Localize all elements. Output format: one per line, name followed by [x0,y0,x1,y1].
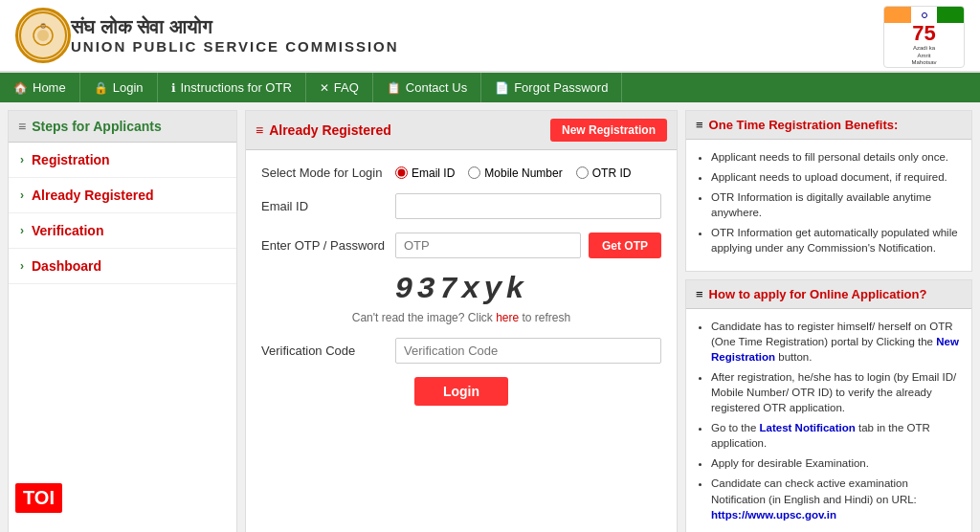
otp-label: Enter OTP / Password [261,238,395,253]
steps-title: Steps for Applicants [32,119,162,134]
left-panel: ≡ Steps for Applicants › Registration › … [8,110,237,532]
steps-header: ≡ Steps for Applicants [9,111,236,143]
otr-benefits-header: ≡ One Time Registration Benefits: [686,111,971,140]
mode-row: Select Mode for Login Email ID Mobile Nu… [261,166,661,180]
login-btn-row: Login [261,377,661,406]
azadi-badge: 75 Azadi ka Amrit Mahotsav [883,6,965,68]
step-label: Already Registered [32,188,154,203]
hamburger-icon: ≡ [696,287,703,301]
otp-field-container: Get OTP [395,233,661,258]
flag-saffron [884,7,911,23]
how-to-apply-header: ≡ How to apply for Online Application? [686,280,971,309]
center-panel: ≡ Already Registered New Registration Se… [245,110,678,532]
new-registration-link[interactable]: New Registration [711,336,959,363]
captcha-refresh-link[interactable]: here [496,311,519,324]
nav-login[interactable]: 🔒 Login [80,73,158,102]
otr-benefits-body: Applicant needs to fill personal details… [686,140,971,271]
home-icon: 🏠 [13,81,28,95]
header: 🦁 संघ लोक सेवा आयोग UNION PUBLIC SERVICE… [0,0,980,73]
mobile-radio-input[interactable] [468,166,480,179]
hamburger-icon: ≡ [696,118,703,132]
nav-faq[interactable]: ✕ FAQ [306,73,373,102]
title-english: UNION PUBLIC SERVICE COMMISSION [71,38,965,55]
captcha-section: 937xyk Can't read the image? Click here … [261,272,661,324]
verification-field-container [395,338,661,364]
latest-notification-link[interactable]: Latest Notification [760,422,856,433]
verification-input[interactable] [395,338,661,364]
verification-label: Verification Code [261,344,395,358]
list-item: OTR Information is digitally available a… [711,189,960,220]
azadi-caption: Azadi ka Amrit Mahotsav [884,44,964,67]
step-verification[interactable]: › Verification [9,213,236,249]
title-block: संघ लोक सेवा आयोग UNION PUBLIC SERVICE C… [71,16,965,55]
lock-icon: 🔒 [94,81,108,95]
list-item: After registration, he/she has to login … [711,369,960,415]
email-label: Email ID [261,199,395,213]
x-icon: ✕ [320,81,329,95]
flag-green [937,7,964,23]
email-input[interactable] [395,193,661,219]
captcha-hint: Can't read the image? Click here to refr… [261,311,661,324]
info-icon: ℹ [171,81,176,95]
email-id-radio-input[interactable] [395,166,408,179]
list-item: OTR Information get automatically popula… [711,225,960,255]
mode-label: Select Mode for Login [261,166,395,180]
how-to-apply-box: ≡ How to apply for Online Application? C… [685,279,972,532]
step-already-registered[interactable]: › Already Registered [9,178,236,213]
captcha-image: 937xyk [261,272,661,307]
doc-icon: 📋 [387,81,401,95]
otr-benefits-box: ≡ One Time Registration Benefits: Applic… [685,110,972,272]
otr-id-radio[interactable]: OTR ID [576,166,632,180]
chevron-icon: › [20,188,24,202]
upsc-url-link[interactable]: https://www.upsc.gov.in [711,509,836,521]
svg-text:🦁: 🦁 [40,23,47,30]
nav-home[interactable]: 🏠 Home [0,73,80,102]
mode-radio-group: Email ID Mobile Number OTR ID [395,166,661,180]
how-to-apply-title: How to apply for Online Application? [709,287,927,301]
email-id-radio[interactable]: Email ID [395,166,455,180]
chevron-icon: › [20,259,24,273]
step-label: Dashboard [32,258,101,274]
main-content: ≡ Steps for Applicants › Registration › … [0,102,980,532]
login-form: Select Mode for Login Email ID Mobile Nu… [246,150,677,421]
hamburger-icon: ≡ [256,122,263,138]
step-label: Verification [32,223,103,238]
otp-input[interactable] [395,233,581,258]
navbar: 🏠 Home 🔒 Login ℹ Instructions for OTR ✕ … [0,73,980,102]
step-dashboard[interactable]: › Dashboard [9,249,236,284]
how-to-apply-body: Candidate has to register himself/ herse… [686,309,971,532]
list-item: Apply for desirable Examination. [711,455,960,471]
list-item: Go to the Latest Notification tab in the… [711,420,960,451]
center-title: ≡ Already Registered [256,122,391,138]
otp-row: Enter OTP / Password Get OTP [261,233,661,258]
center-header: ≡ Already Registered New Registration [246,111,677,150]
otr-benefits-title: One Time Registration Benefits: [709,118,899,132]
title-hindi: संघ लोक सेवा आयोग [71,16,965,38]
logo: 🦁 [15,8,71,63]
email-row: Email ID [261,193,661,219]
file-icon: 📄 [495,81,509,95]
toi-badge: TOI [15,483,62,513]
list-item: Applicant needs to upload document, if r… [711,169,960,185]
otr-id-radio-input[interactable] [576,166,589,179]
right-panel: ≡ One Time Registration Benefits: Applic… [685,110,972,532]
svg-point-3 [37,30,49,41]
login-button[interactable]: Login [414,377,508,406]
list-item: Candidate has to register himself/ herse… [711,319,960,365]
nav-forgot[interactable]: 📄 Forgot Password [481,73,622,102]
list-item: Applicant needs to fill personal details… [711,149,960,165]
nav-instructions[interactable]: ℹ Instructions for OTR [158,73,306,102]
new-registration-button[interactable]: New Registration [550,119,667,142]
get-otp-button[interactable]: Get OTP [589,233,661,258]
azadi-number: 75 [884,23,964,44]
nav-contact[interactable]: 📋 Contact Us [373,73,481,102]
list-item: Candidate can check active examination N… [711,476,960,521]
email-field-container [395,193,661,219]
chevron-icon: › [20,153,24,166]
step-registration[interactable]: › Registration [9,143,236,178]
chevron-icon: › [20,224,24,237]
step-label: Registration [32,152,110,167]
hamburger-icon: ≡ [18,119,26,134]
mobile-radio[interactable]: Mobile Number [468,166,562,180]
verification-row: Verification Code [261,338,661,364]
